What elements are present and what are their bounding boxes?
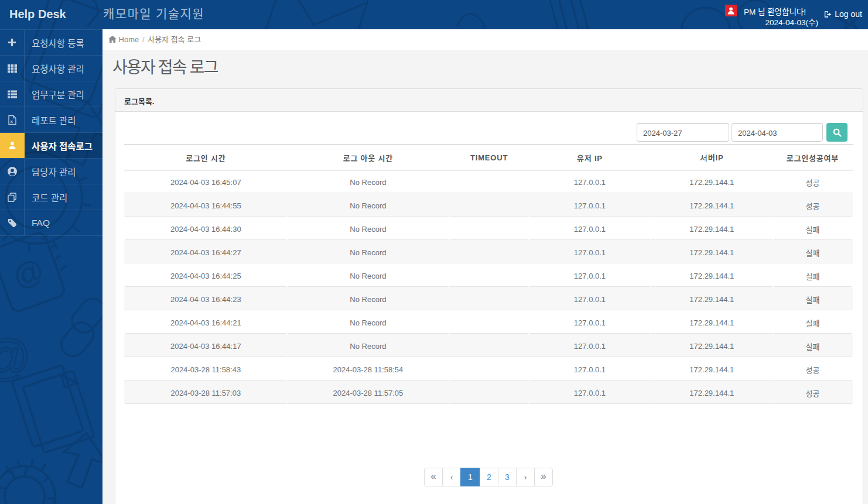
svg-text:@: @ [8,252,49,294]
svg-text:x: x [10,118,13,124]
